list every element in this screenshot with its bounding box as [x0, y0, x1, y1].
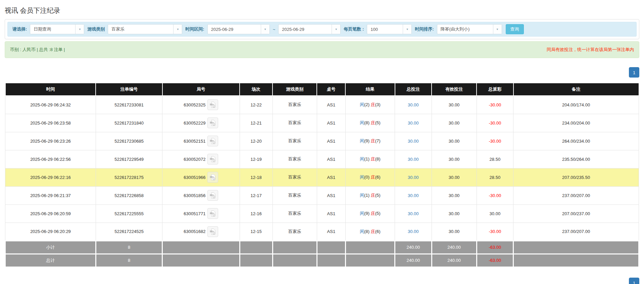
- video-replay-button[interactable]: [207, 190, 218, 201]
- cell-total-bet: 30.00: [395, 223, 432, 241]
- cell-table-number: AS1: [317, 223, 345, 241]
- cell-time: 2025-06-29 06:21:37: [5, 186, 96, 204]
- video-replay-button[interactable]: [207, 117, 218, 128]
- cell-remark: 237.00/207.00: [513, 223, 639, 241]
- time-sort-label: 时间排序:: [415, 26, 434, 32]
- query-type-select[interactable]: 日期查询 ▼: [30, 24, 84, 34]
- player-result-label: 闲: [360, 193, 364, 198]
- col-header-round-number: 局号: [162, 83, 240, 96]
- cell-table-number: AS1: [317, 114, 345, 132]
- video-replay-icon: [209, 156, 216, 162]
- cell-remark: 207.00/237.00: [513, 204, 639, 223]
- cell-session: 12-20: [240, 132, 273, 150]
- filter-bar: 请选择: 日期查询 ▼ 游戏类别 百家乐 ▼ 时间区间: 2025-06-29 …: [7, 22, 637, 37]
- total-bet-link[interactable]: 30.00: [408, 157, 419, 162]
- currency-summary-text: 币别 : 人民币 | 总共 :8 注单 |: [10, 47, 65, 53]
- video-replay-button[interactable]: [207, 99, 218, 110]
- chevron-down-icon[interactable]: ▼: [261, 25, 269, 34]
- total-bet-link[interactable]: 30.00: [408, 121, 419, 126]
- cell-total-bet: 30.00: [395, 204, 432, 223]
- cell-payout: -30.00: [477, 132, 513, 150]
- cell-result: 闲(9) 庄(5): [345, 204, 395, 223]
- total-bet-link[interactable]: 30.00: [408, 229, 419, 234]
- banker-result-label: 庄: [371, 156, 375, 161]
- chevron-down-icon[interactable]: ▼: [75, 25, 84, 34]
- cell-time: 2025-06-29 06:20:29: [5, 223, 96, 241]
- footer-total-bet: 240.00: [395, 241, 432, 254]
- cell-time: 2025-06-29 06:24:32: [5, 96, 96, 114]
- cell-total-bet: 30.00: [395, 168, 432, 186]
- cell-time: 2025-06-29 06:22:16: [5, 168, 96, 186]
- select-type-label: 请选择:: [12, 26, 27, 32]
- cell-game-type: 百家乐: [273, 223, 317, 241]
- cell-remark: 234.00/204.00: [513, 114, 639, 132]
- video-replay-button[interactable]: [207, 172, 218, 183]
- video-replay-button[interactable]: [207, 226, 218, 237]
- date-from-select[interactable]: 2025-06-29 ▼: [207, 24, 270, 34]
- cell-payout: -30.00: [477, 186, 513, 204]
- footer-valid-bet: 240.00: [432, 254, 477, 267]
- cell-bet-number: 522617224525: [96, 223, 162, 241]
- cell-table-number: AS1: [317, 132, 345, 150]
- round-number-wrap: 630052072: [184, 154, 218, 164]
- per-page-select[interactable]: 100 ▼: [367, 24, 412, 34]
- banker-result-label: 庄: [371, 175, 375, 180]
- video-replay-icon: [209, 120, 216, 126]
- valid-bet-note: 同局有效投注，统一计算在该局第一张注单内: [547, 47, 634, 53]
- page-1-button[interactable]: 1: [629, 278, 639, 284]
- col-header-result: 结果: [345, 83, 395, 96]
- cell-game-type: 百家乐: [273, 114, 317, 132]
- chevron-down-icon[interactable]: ▼: [493, 25, 502, 34]
- footer-table-empty: [317, 254, 345, 267]
- table-body: 2025-06-29 06:24:32522617233081630052325…: [5, 96, 639, 241]
- round-number-wrap: 630052151: [184, 136, 218, 146]
- total-bet-link[interactable]: 30.00: [408, 193, 419, 198]
- video-replay-icon: [209, 192, 216, 199]
- cell-round-number: 630051856: [162, 186, 240, 204]
- cell-valid-bet: 30.00: [432, 168, 477, 186]
- video-replay-button[interactable]: [207, 208, 218, 219]
- video-replay-button[interactable]: [207, 154, 218, 164]
- cell-payout: -30.00: [477, 114, 513, 132]
- date-to-select[interactable]: 2025-06-29 ▼: [278, 24, 341, 34]
- cell-result: 闲(8) 庄(5): [345, 114, 395, 132]
- round-number-wrap: 630051682: [184, 226, 218, 237]
- game-type-select[interactable]: 百家乐 ▼: [108, 24, 182, 34]
- total-bet-link[interactable]: 30.00: [408, 102, 419, 107]
- chevron-down-icon[interactable]: ▼: [403, 25, 411, 34]
- chevron-down-icon[interactable]: ▼: [332, 25, 340, 34]
- cell-payout: -30.00: [477, 96, 513, 114]
- game-type-label: 游戏类别: [87, 26, 105, 32]
- banker-result-label: 庄: [371, 229, 375, 234]
- chevron-down-icon[interactable]: ▼: [173, 25, 182, 34]
- table-row: 2025-06-29 06:21:37522617226858630051856…: [5, 186, 639, 204]
- cell-session: 12-18: [240, 168, 273, 186]
- footer-label: 小计: [5, 241, 96, 254]
- col-header-game-type: 游戏类别: [273, 83, 317, 96]
- cell-time: 2025-06-29 06:20:59: [5, 204, 96, 223]
- col-header-session: 场次: [240, 83, 273, 96]
- cell-session: 12-17: [240, 186, 273, 204]
- player-result-label: 闲: [360, 156, 364, 161]
- video-replay-button[interactable]: [207, 136, 218, 146]
- col-header-remark: 备注: [513, 83, 639, 96]
- cell-round-number: 630051966: [162, 168, 240, 186]
- cell-valid-bet: 30.00: [432, 96, 477, 114]
- table-row: 2025-06-29 06:23:58522617231840630052229…: [5, 114, 639, 132]
- total-bet-link[interactable]: 30.00: [408, 139, 419, 144]
- cell-remark: 264.00/234.00: [513, 132, 639, 150]
- page-1-button[interactable]: 1: [629, 67, 639, 78]
- cell-valid-bet: 30.00: [432, 150, 477, 168]
- col-header-bet-number: 注单编号: [96, 83, 162, 96]
- round-number-wrap: 630051966: [184, 172, 218, 183]
- footer-game-empty: [273, 254, 317, 267]
- cell-table-number: AS1: [317, 168, 345, 186]
- table-row: 2025-06-29 06:20:59522617225555630051771…: [5, 204, 639, 223]
- time-sort-select[interactable]: 降幂(由大到小) ▼: [437, 24, 502, 34]
- search-button[interactable]: 查询: [506, 24, 524, 34]
- cell-bet-number: 522617233081: [96, 96, 162, 114]
- cell-total-bet: 30.00: [395, 186, 432, 204]
- total-bet-link[interactable]: 30.00: [408, 175, 419, 180]
- banker-result-label: 庄: [371, 211, 375, 216]
- total-bet-link[interactable]: 30.00: [408, 211, 419, 216]
